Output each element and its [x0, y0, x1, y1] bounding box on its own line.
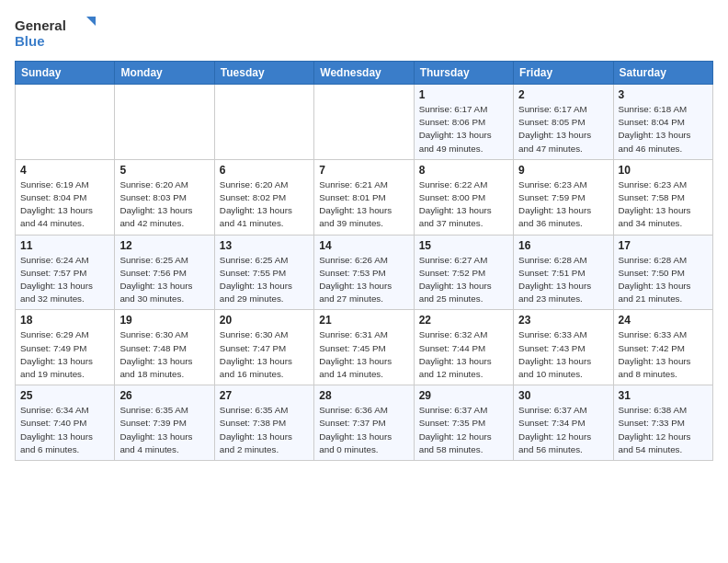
calendar-cell: 11Sunrise: 6:24 AM Sunset: 7:57 PM Dayli…	[16, 235, 115, 310]
calendar-cell: 27Sunrise: 6:35 AM Sunset: 7:38 PM Dayli…	[214, 385, 313, 461]
day-number: 1	[419, 88, 508, 101]
calendar-cell: 4Sunrise: 6:19 AM Sunset: 8:04 PM Daylig…	[16, 159, 115, 235]
day-info: Sunrise: 6:29 AM Sunset: 7:49 PM Dayligh…	[20, 328, 109, 381]
day-info: Sunrise: 6:21 AM Sunset: 8:01 PM Dayligh…	[319, 178, 408, 231]
calendar-cell: 18Sunrise: 6:29 AM Sunset: 7:49 PM Dayli…	[16, 310, 115, 385]
calendar-cell	[314, 85, 414, 160]
day-info: Sunrise: 6:17 AM Sunset: 8:06 PM Dayligh…	[419, 103, 508, 155]
day-number: 8	[419, 164, 508, 177]
calendar-week-row: 4Sunrise: 6:19 AM Sunset: 8:04 PM Daylig…	[16, 159, 713, 235]
day-number: 24	[619, 314, 708, 327]
day-number: 14	[319, 239, 408, 252]
day-info: Sunrise: 6:23 AM Sunset: 7:59 PM Dayligh…	[518, 178, 608, 231]
day-info: Sunrise: 6:28 AM Sunset: 7:51 PM Dayligh…	[518, 254, 608, 306]
day-number: 7	[319, 164, 408, 177]
calendar-cell: 25Sunrise: 6:34 AM Sunset: 7:40 PM Dayli…	[16, 385, 115, 461]
calendar-week-row: 11Sunrise: 6:24 AM Sunset: 7:57 PM Dayli…	[16, 235, 713, 310]
day-info: Sunrise: 6:18 AM Sunset: 8:04 PM Dayligh…	[619, 103, 708, 155]
day-number: 13	[220, 239, 309, 252]
day-info: Sunrise: 6:33 AM Sunset: 7:42 PM Dayligh…	[619, 328, 708, 381]
day-number: 31	[619, 389, 708, 402]
day-info: Sunrise: 6:36 AM Sunset: 7:37 PM Dayligh…	[319, 404, 408, 456]
logo-symbol: General Blue	[15, 15, 97, 52]
weekday-header-friday: Friday	[514, 62, 613, 85]
weekday-header-tuesday: Tuesday	[214, 62, 313, 85]
calendar-cell	[115, 85, 214, 160]
calendar-cell: 2Sunrise: 6:17 AM Sunset: 8:05 PM Daylig…	[514, 85, 613, 160]
day-number: 21	[319, 314, 408, 327]
day-number: 26	[119, 389, 209, 402]
day-info: Sunrise: 6:32 AM Sunset: 7:44 PM Dayligh…	[419, 328, 508, 381]
calendar-week-row: 25Sunrise: 6:34 AM Sunset: 7:40 PM Dayli…	[16, 385, 713, 461]
calendar-table: SundayMondayTuesdayWednesdayThursdayFrid…	[15, 61, 713, 461]
day-number: 17	[619, 239, 708, 252]
calendar-cell: 5Sunrise: 6:20 AM Sunset: 8:03 PM Daylig…	[115, 159, 214, 235]
calendar-cell: 1Sunrise: 6:17 AM Sunset: 8:06 PM Daylig…	[414, 85, 513, 160]
day-number: 11	[20, 239, 109, 252]
calendar-cell: 9Sunrise: 6:23 AM Sunset: 7:59 PM Daylig…	[514, 159, 613, 235]
calendar-cell: 26Sunrise: 6:35 AM Sunset: 7:39 PM Dayli…	[115, 385, 214, 461]
day-info: Sunrise: 6:25 AM Sunset: 7:56 PM Dayligh…	[119, 254, 209, 306]
day-info: Sunrise: 6:25 AM Sunset: 7:55 PM Dayligh…	[220, 254, 309, 306]
logo-arrow	[86, 17, 96, 26]
calendar-cell: 20Sunrise: 6:30 AM Sunset: 7:47 PM Dayli…	[214, 310, 313, 385]
day-number: 3	[619, 88, 708, 101]
logo-svg: General Blue	[15, 15, 97, 52]
weekday-header-wednesday: Wednesday	[314, 62, 414, 85]
calendar-cell: 7Sunrise: 6:21 AM Sunset: 8:01 PM Daylig…	[314, 159, 414, 235]
calendar-cell	[214, 85, 313, 160]
day-info: Sunrise: 6:27 AM Sunset: 7:52 PM Dayligh…	[419, 254, 508, 306]
day-number: 30	[518, 389, 608, 402]
day-number: 6	[220, 164, 309, 177]
logo: General Blue	[15, 15, 101, 52]
day-number: 29	[419, 389, 508, 402]
day-number: 9	[518, 164, 608, 177]
calendar-cell: 24Sunrise: 6:33 AM Sunset: 7:42 PM Dayli…	[613, 310, 712, 385]
day-number: 20	[220, 314, 309, 327]
day-info: Sunrise: 6:20 AM Sunset: 8:02 PM Dayligh…	[220, 178, 309, 231]
day-number: 18	[20, 314, 109, 327]
calendar-cell: 21Sunrise: 6:31 AM Sunset: 7:45 PM Dayli…	[314, 310, 414, 385]
calendar-cell: 30Sunrise: 6:37 AM Sunset: 7:34 PM Dayli…	[514, 385, 613, 461]
calendar-cell: 10Sunrise: 6:23 AM Sunset: 7:58 PM Dayli…	[613, 159, 712, 235]
calendar-week-row: 18Sunrise: 6:29 AM Sunset: 7:49 PM Dayli…	[16, 310, 713, 385]
day-info: Sunrise: 6:19 AM Sunset: 8:04 PM Dayligh…	[20, 178, 109, 231]
day-number: 12	[119, 239, 209, 252]
day-info: Sunrise: 6:35 AM Sunset: 7:39 PM Dayligh…	[119, 404, 209, 456]
day-number: 22	[419, 314, 508, 327]
weekday-header-sunday: Sunday	[16, 62, 115, 85]
day-info: Sunrise: 6:17 AM Sunset: 8:05 PM Dayligh…	[518, 103, 608, 155]
day-info: Sunrise: 6:24 AM Sunset: 7:57 PM Dayligh…	[20, 254, 109, 306]
calendar-cell	[16, 85, 115, 160]
calendar-week-row: 1Sunrise: 6:17 AM Sunset: 8:06 PM Daylig…	[16, 85, 713, 160]
day-info: Sunrise: 6:30 AM Sunset: 7:47 PM Dayligh…	[220, 328, 309, 381]
calendar-cell: 19Sunrise: 6:30 AM Sunset: 7:48 PM Dayli…	[115, 310, 214, 385]
day-info: Sunrise: 6:23 AM Sunset: 7:58 PM Dayligh…	[619, 178, 708, 231]
calendar-cell: 23Sunrise: 6:33 AM Sunset: 7:43 PM Dayli…	[514, 310, 613, 385]
day-number: 15	[419, 239, 508, 252]
day-info: Sunrise: 6:26 AM Sunset: 7:53 PM Dayligh…	[319, 254, 408, 306]
day-number: 2	[518, 88, 608, 101]
calendar-cell: 29Sunrise: 6:37 AM Sunset: 7:35 PM Dayli…	[414, 385, 513, 461]
day-number: 4	[20, 164, 109, 177]
day-info: Sunrise: 6:34 AM Sunset: 7:40 PM Dayligh…	[20, 404, 109, 456]
calendar-cell: 6Sunrise: 6:20 AM Sunset: 8:02 PM Daylig…	[214, 159, 313, 235]
calendar-cell: 13Sunrise: 6:25 AM Sunset: 7:55 PM Dayli…	[214, 235, 313, 310]
day-number: 25	[20, 389, 109, 402]
day-number: 23	[518, 314, 608, 327]
weekday-header-thursday: Thursday	[414, 62, 513, 85]
day-info: Sunrise: 6:37 AM Sunset: 7:35 PM Dayligh…	[419, 404, 508, 456]
day-info: Sunrise: 6:31 AM Sunset: 7:45 PM Dayligh…	[319, 328, 408, 381]
calendar-cell: 17Sunrise: 6:28 AM Sunset: 7:50 PM Dayli…	[613, 235, 712, 310]
weekday-header-monday: Monday	[115, 62, 214, 85]
logo-text-general: General	[15, 17, 66, 33]
day-info: Sunrise: 6:22 AM Sunset: 8:00 PM Dayligh…	[419, 178, 508, 231]
calendar-cell: 3Sunrise: 6:18 AM Sunset: 8:04 PM Daylig…	[613, 85, 712, 160]
calendar-cell: 22Sunrise: 6:32 AM Sunset: 7:44 PM Dayli…	[414, 310, 513, 385]
page-header: General Blue	[15, 15, 713, 52]
day-number: 27	[220, 389, 309, 402]
day-number: 19	[119, 314, 209, 327]
calendar-cell: 31Sunrise: 6:38 AM Sunset: 7:33 PM Dayli…	[613, 385, 712, 461]
calendar-cell: 8Sunrise: 6:22 AM Sunset: 8:00 PM Daylig…	[414, 159, 513, 235]
calendar-cell: 28Sunrise: 6:36 AM Sunset: 7:37 PM Dayli…	[314, 385, 414, 461]
